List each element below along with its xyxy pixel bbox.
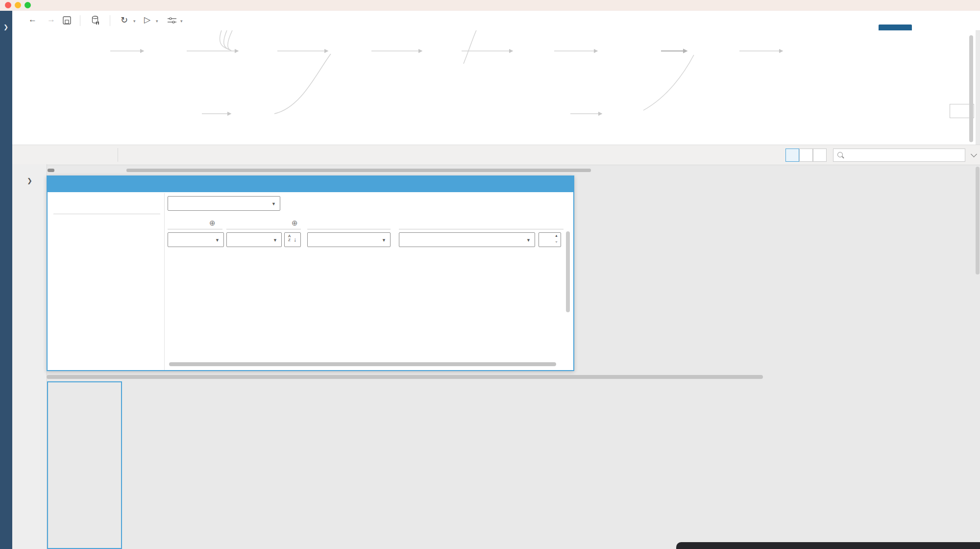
difference-from-dialog: ▼ ⊕ ⊕ ▼ ▼ AZ ↓ ▼ ▼ ▲ ▼ (47, 175, 574, 371)
divider (164, 193, 165, 370)
redo-icon[interactable]: → (47, 15, 55, 25)
connections-rail: ❯ (0, 11, 12, 549)
calculation-histogram (53, 225, 159, 291)
refresh-icon[interactable]: ↻ (121, 15, 128, 25)
chevron-down-icon: ▼ (271, 201, 276, 206)
offset-spinner[interactable]: ▲ ▼ (539, 232, 561, 247)
main-toolbar: ← → ↻ ▾ ▷ ▾ ▾ (0, 11, 980, 31)
dialog-horizontal-scrollbar[interactable] (169, 362, 556, 366)
dialog-vertical-scrollbar[interactable] (566, 231, 570, 312)
search-box (833, 149, 965, 162)
order-by-select[interactable]: ▼ (226, 232, 282, 247)
toolbar-divider (80, 15, 80, 26)
data-pane-horizontal-scrollbar[interactable] (47, 375, 763, 379)
chevron-down-icon: ▼ (215, 238, 220, 243)
sort-order-button[interactable]: AZ ↓ (284, 232, 301, 247)
group-by-select[interactable]: ▼ (168, 232, 224, 247)
step-toolbar (12, 145, 980, 165)
difference-from-select[interactable]: ▼ (399, 232, 535, 247)
divider (53, 214, 160, 214)
window-titlebar (0, 0, 980, 11)
chevron-down-icon: ▼ (526, 238, 531, 243)
data-pause-icon[interactable] (92, 16, 99, 25)
chevron-down-icon: ▼ (273, 238, 277, 243)
settings-sliders-icon[interactable] (168, 17, 176, 24)
step-meta (54, 151, 55, 158)
zoom-window-icon[interactable] (24, 2, 31, 8)
divider (226, 229, 301, 229)
toolbar-divider (118, 148, 118, 162)
sort-arrow-icon: ↓ (294, 236, 296, 243)
view-grid-toggle[interactable] (799, 149, 813, 162)
calculation-preview-rows (168, 248, 565, 362)
divider (307, 229, 391, 229)
profile-cards-vertical-scrollbar[interactable] (976, 167, 980, 274)
chevron-down-icon: ▼ (382, 238, 386, 243)
search-input[interactable] (847, 150, 962, 161)
dialog-header (48, 176, 573, 192)
changes-panel-collapsed: ❯ (12, 164, 47, 549)
run-flow-icon[interactable]: ▷ (144, 15, 150, 25)
flow-vertical-scrollbar[interactable] (969, 35, 973, 142)
compute-using-select[interactable]: ▼ (307, 232, 391, 247)
undo-icon[interactable]: ← (28, 15, 37, 25)
calculation-type-select[interactable]: ▼ (168, 196, 280, 211)
selected-column-outline (47, 381, 122, 549)
run-dropdown-icon[interactable]: ▾ (156, 19, 158, 24)
profile-pane-scrollbar-thumb[interactable] (48, 169, 54, 172)
view-list-toggle[interactable] (813, 149, 827, 162)
minimize-window-icon[interactable] (15, 2, 21, 8)
dock (676, 542, 980, 549)
close-window-icon[interactable] (5, 2, 11, 8)
expand-changes-icon[interactable]: ❯ (27, 177, 32, 184)
save-icon[interactable] (63, 16, 71, 25)
spinner-down-icon[interactable]: ▼ (555, 240, 558, 244)
order-by-add-icon[interactable]: ⊕ (292, 219, 298, 227)
divider (399, 229, 564, 229)
spinner-up-icon[interactable]: ▲ (555, 234, 558, 237)
collapse-pane-icon[interactable] (971, 151, 977, 157)
divider (168, 229, 222, 229)
flow-pane (12, 30, 976, 145)
search-icon (837, 152, 843, 157)
view-profile-pane-toggle[interactable] (785, 149, 799, 162)
toolbar-divider (110, 15, 110, 26)
settings-dropdown-icon[interactable]: ▾ (180, 19, 183, 24)
group-by-add-icon[interactable]: ⊕ (209, 219, 216, 227)
refresh-dropdown-icon[interactable]: ▾ (133, 19, 136, 24)
expand-connections-icon[interactable]: ❯ (3, 24, 8, 30)
profile-pane-scrollbar[interactable] (126, 169, 591, 172)
sort-az-icon: AZ (288, 234, 291, 242)
